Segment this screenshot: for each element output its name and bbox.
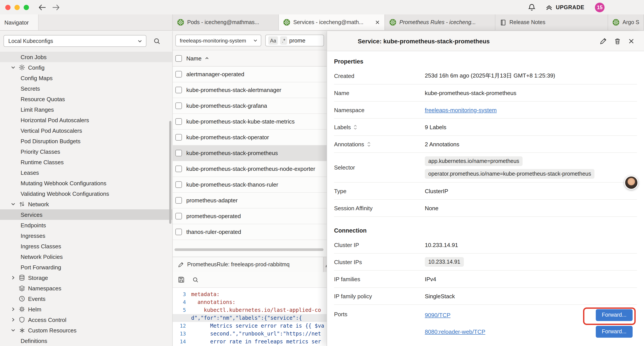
row-checkbox[interactable] <box>175 229 182 235</box>
sidebar-item-custom-resources[interactable]: Custom Resources <box>0 325 172 336</box>
sidebar-item-definitions[interactable]: Definitions <box>0 336 172 346</box>
kubeconfig-selector[interactable]: Local Kubeconfigs <box>4 35 146 47</box>
chevron-down-icon[interactable] <box>10 65 16 70</box>
row-checkbox[interactable] <box>175 102 182 109</box>
forward-port-button[interactable]: Forward... <box>596 309 632 321</box>
table-row[interactable]: kube-prometheus-stack-thanos-ruler <box>173 177 326 193</box>
tab-prometheus-rules[interactable]: Prometheus Rules - icecheng... <box>385 14 496 30</box>
row-checkbox[interactable] <box>175 166 182 172</box>
chevron-right-icon[interactable] <box>10 317 16 322</box>
tab-release-notes[interactable]: Release Notes <box>496 14 608 30</box>
sidebar-item-cron-jobs[interactable]: Cron Jobs <box>0 52 172 62</box>
sidebar-scrollbar[interactable] <box>169 121 172 224</box>
editor-search-icon[interactable] <box>192 277 198 283</box>
sidebar-item-limit-ranges[interactable]: Limit Ranges <box>0 104 172 115</box>
upgrade-button[interactable]: UPGRADE <box>545 3 584 11</box>
notifications-bell-icon[interactable] <box>528 3 536 11</box>
chevron-right-icon[interactable] <box>10 275 16 280</box>
select-all-checkbox[interactable] <box>175 55 182 61</box>
expand-updown-icon[interactable] <box>354 124 358 130</box>
namespace-filter-select[interactable]: freeleaps-monitoring-system <box>175 34 261 46</box>
sidebar-item-leases[interactable]: Leases <box>0 167 172 178</box>
name-column-header[interactable]: Name <box>186 55 209 61</box>
forward-port-button[interactable]: Forward... <box>596 326 632 338</box>
regex-toggle[interactable]: .* <box>280 36 287 45</box>
traffic-light-zoom[interactable] <box>24 4 29 10</box>
sidebar-item-services[interactable]: Services <box>0 209 172 220</box>
edit-pencil-icon[interactable] <box>600 37 607 44</box>
row-checkbox[interactable] <box>175 213 182 219</box>
traffic-light-close[interactable] <box>5 4 10 10</box>
sidebar-item-runtime-classes[interactable]: Runtime Classes <box>0 157 172 167</box>
sidebar-item-secrets[interactable]: Secrets <box>0 83 172 94</box>
horizontal-scrollbar[interactable] <box>174 248 324 251</box>
table-row[interactable]: kube-prometheus-stack-kube-state-metrics <box>173 114 326 130</box>
traffic-light-minimize[interactable] <box>14 4 20 10</box>
port-link-9090[interactable]: 9090/TCP <box>425 312 450 318</box>
table-row[interactable]: prometheus-operated <box>173 209 326 224</box>
row-checkbox[interactable] <box>175 87 182 93</box>
sidebar-search-icon[interactable] <box>154 37 160 44</box>
sidebar-item-vertical-pod-autoscalers[interactable]: Vertical Pod Autoscalers <box>0 125 172 136</box>
sidebar-item-ingress-classes[interactable]: Ingress Classes <box>0 241 172 251</box>
sidebar-item-mutating-webhook-configurations[interactable]: Mutating Webhook Configurations <box>0 178 172 188</box>
sidebar-item-horizontal-pod-autoscalers[interactable]: Horizontal Pod Autoscalers <box>0 115 172 125</box>
sidebar-item-helm[interactable]: Helm <box>0 304 172 315</box>
sidebar-item-validating-webhook-configurations[interactable]: Validating Webhook Configurations <box>0 188 172 199</box>
tab-pods[interactable]: Pods - icecheng@mathmas... <box>173 14 279 30</box>
table-row[interactable]: alertmanager-operated <box>173 66 326 82</box>
match-case-toggle[interactable]: Aa <box>268 36 278 45</box>
navigator-title-label: Navigator <box>4 19 29 26</box>
expand-updown-icon[interactable] <box>367 141 371 147</box>
table-row[interactable]: kube-prometheus-stack-operator <box>173 130 326 145</box>
row-checkbox[interactable] <box>175 181 182 188</box>
tab-argo[interactable]: Argo S <box>608 14 644 30</box>
sidebar-item-pod-disruption-budgets[interactable]: Pod Disruption Budgets <box>0 136 172 146</box>
sidebar-item-network[interactable]: Network <box>0 199 172 209</box>
sidebar-item-priority-classes[interactable]: Priority Classes <box>0 146 172 157</box>
table-row[interactable]: kube-prometheus-stack-grafana <box>173 98 326 114</box>
sidebar-item-port-forwarding[interactable]: Port Forwarding <box>0 262 172 272</box>
forward-button[interactable] <box>52 4 60 11</box>
back-button[interactable] <box>38 4 46 11</box>
sidebar-item-config-maps[interactable]: Config Maps <box>0 73 172 83</box>
sidebar-item-network-policies[interactable]: Network Policies <box>0 251 172 262</box>
notification-count-badge[interactable]: 15 <box>595 2 604 12</box>
row-checkbox[interactable] <box>175 71 182 77</box>
table-row[interactable]: prometheus-adapter <box>173 193 326 209</box>
row-checkbox[interactable] <box>175 150 182 156</box>
row-checkbox[interactable] <box>175 197 182 204</box>
yaml-editor[interactable]: 3metadata: 4 annotations: 5 kubectl.kube… <box>173 288 326 346</box>
table-row[interactable]: kube-prometheus-stack-alertmanager <box>173 82 326 98</box>
sidebar-item-ingresses[interactable]: Ingresses <box>0 230 172 241</box>
trash-icon[interactable] <box>614 37 621 44</box>
table-row[interactable]: thanos-ruler-operated <box>173 224 326 240</box>
save-icon[interactable] <box>178 276 184 283</box>
close-tab-icon[interactable] <box>375 20 380 25</box>
dock-tab-next[interactable] <box>324 257 326 272</box>
table-row[interactable]: kube-prometheus-stack-prometheus-node-ex… <box>173 161 326 177</box>
row-checkbox[interactable] <box>175 134 182 141</box>
sidebar-item-namespaces[interactable]: Namespaces <box>0 283 172 294</box>
close-icon[interactable] <box>628 38 634 44</box>
sort-ascending-icon[interactable] <box>204 56 209 60</box>
sidebar-item-events[interactable]: Events <box>0 294 172 304</box>
sidebar-item-storage[interactable]: Storage <box>0 272 172 283</box>
namespace-link[interactable]: freeleaps-monitoring-system <box>425 107 497 113</box>
sidebar-item-resource-quotas[interactable]: Resource Quotas <box>0 94 172 104</box>
sidebar-item-endpoints[interactable]: Endpoints <box>0 220 172 230</box>
tab-services[interactable]: Services - icecheng@math... <box>279 14 385 30</box>
chevron-down-icon[interactable] <box>10 201 16 207</box>
search-input[interactable] <box>289 37 321 44</box>
chevron-right-icon[interactable] <box>10 307 16 312</box>
row-checkbox[interactable] <box>175 118 182 125</box>
sidebar-item-access-control[interactable]: Access Control <box>0 315 172 325</box>
table-row-selected[interactable]: kube-prometheus-stack-prometheus <box>173 145 326 161</box>
dock-tab-prometheus-rule[interactable]: PrometheusRule: freeleaps-prod-rabbitmq <box>173 257 324 272</box>
drawer-row-labels: Labels 9 Labels <box>334 119 637 136</box>
port-link-8080[interactable]: 8080:reloader-web/TCP <box>425 328 485 335</box>
services-list-panel: freeleaps-monitoring-system Aa .* Name a… <box>173 31 326 346</box>
chevron-down-icon[interactable] <box>10 328 16 333</box>
sidebar-item-config[interactable]: Config <box>0 62 172 73</box>
user-avatar[interactable] <box>624 176 638 190</box>
